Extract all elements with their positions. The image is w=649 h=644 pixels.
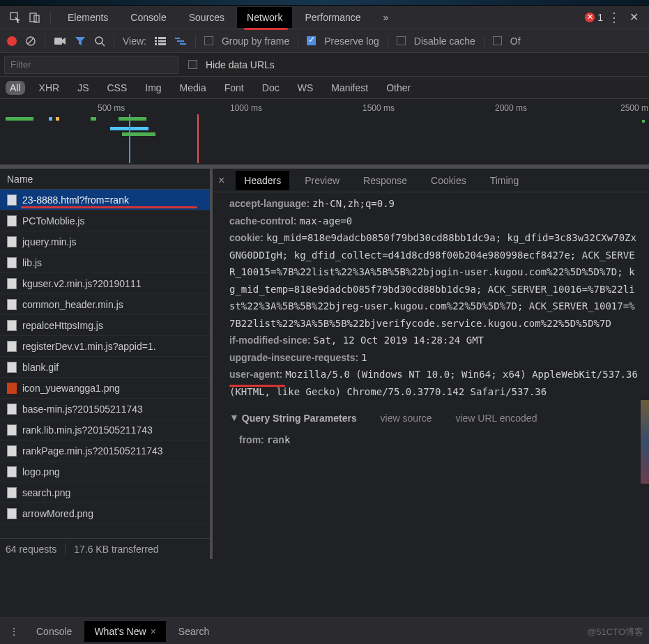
status-bar: 64 requests 17.6 KB transferred [0,538,210,559]
filter-font[interactable]: Font [220,81,248,95]
filter-ws[interactable]: WS [293,81,318,95]
tab-sources[interactable]: Sources [179,7,234,28]
request-row[interactable]: PCToMoblie.js [0,210,210,231]
svg-rect-9 [158,40,166,42]
clear-icon[interactable] [25,36,36,47]
filter-funnel-icon[interactable] [75,36,86,47]
drawer-tab-search[interactable]: Search [169,621,219,642]
filter-img[interactable]: Img [141,81,165,95]
request-row[interactable]: blank.gif [0,357,210,378]
filter-media[interactable]: Media [176,81,211,95]
hide-data-urls-checkbox[interactable]: Hide data URLs [188,59,275,70]
disable-cache-checkbox[interactable]: Disable cache [397,36,475,47]
tab-network[interactable]: Network [237,7,292,28]
resource-type-filter-bar: All XHR JS CSS Img Media Font Doc WS Man… [0,77,649,99]
request-name: lib.js [22,257,42,268]
tab-elements[interactable]: Elements [58,7,118,28]
cache-control-key: cache-control: [229,215,296,227]
filter-other[interactable]: Other [382,81,415,95]
device-toggle-icon[interactable] [26,9,43,26]
detail-tab-headers[interactable]: Headers [236,171,289,190]
detail-tab-cookies[interactable]: Cookies [422,171,475,190]
view-waterfall-icon[interactable] [174,37,187,45]
search-icon[interactable] [94,36,105,47]
request-list[interactable]: 23-8888.html?from=rankPCToMoblie.jsjquer… [0,190,210,538]
tick-1500: 1500 ms [362,103,395,113]
request-row[interactable]: jquery.min.js [0,231,210,252]
headers-pane[interactable]: accept-language: zh-CN,zh;q=0.9 cache-co… [213,192,649,559]
request-row[interactable]: logo.png [0,461,210,482]
svg-rect-6 [155,37,157,39]
qsp-view-encoded[interactable]: view URL encoded [455,413,537,424]
network-toolbar: View: Group by frame Preserve log Disabl… [0,29,649,53]
scrollbar-indicator[interactable] [641,400,649,484]
request-name: common_header.min.js [22,299,123,310]
request-row[interactable]: base-min.js?201505211743 [0,399,210,420]
filter-manifest[interactable]: Manifest [327,81,372,95]
request-name: logo.png [22,466,60,477]
document-file-icon [7,299,17,310]
accept-language-key: accept-language: [229,198,310,209]
group-by-frame-label: Group by frame [222,36,289,47]
request-row[interactable]: rank.lib.min.js?201505211743 [0,420,210,440]
main-tab-bar: Elements Console Sources Network Perform… [0,6,649,29]
detail-tab-bar: × Headers Preview Response Cookies Timin… [213,169,649,192]
filter-input[interactable] [4,56,178,74]
kebab-menu-icon[interactable]: ⋮ [606,9,623,26]
request-row[interactable]: rankPage.min.js?201505211743 [0,440,210,461]
tab-performance[interactable]: Performance [295,7,370,28]
close-whatsnew-icon[interactable]: × [151,626,156,637]
request-row[interactable]: search.png [0,482,210,503]
detail-tab-response[interactable]: Response [355,171,415,190]
filter-xhr[interactable]: XHR [35,81,64,95]
upgrade-insecure-requests-key: upgrade-insecure-requests: [229,352,358,363]
request-row[interactable]: repalceHttpsImg.js [0,315,210,336]
request-row[interactable]: lib.js [0,252,210,273]
qsp-title: Query String Parameters [242,413,357,424]
request-row[interactable]: kguser.v2.min.js?20190111 [0,273,210,294]
network-timeline[interactable]: 500 ms 1000 ms 1500 ms 2000 ms 2500 m [0,99,649,169]
tab-console[interactable]: Console [121,7,176,28]
inspect-icon[interactable] [7,9,24,26]
svg-rect-1 [30,13,36,22]
drawer-tab-whatsnew[interactable]: What's New× [84,621,165,642]
name-column-header[interactable]: Name [0,169,210,190]
qsp-view-source[interactable]: view source [381,413,432,424]
request-row[interactable]: arrowMored.png [0,503,210,524]
close-detail-icon[interactable]: × [218,174,224,187]
request-row[interactable]: 23-8888.html?from=rank [0,190,210,210]
transferred-size: 17.6 KB transferred [74,544,158,555]
record-icon[interactable] [7,36,17,46]
drawer-tab-console[interactable]: Console [26,621,82,642]
filter-js[interactable]: JS [73,81,93,95]
request-name: registerDev.v1.min.js?appid=1. [22,341,156,352]
offline-label: Of [510,36,521,47]
tabs-overflow[interactable]: » [374,7,399,28]
detail-tab-preview[interactable]: Preview [296,171,348,190]
view-list-icon[interactable] [155,37,166,45]
camera-icon[interactable] [54,36,66,46]
offline-checkbox[interactable]: Of [493,36,521,47]
request-row[interactable]: common_header.min.js [0,294,210,315]
request-name: rank.lib.min.js?201505211743 [22,424,153,436]
preserve-log-checkbox[interactable]: Preserve log [307,36,379,47]
drawer-tab-bar: ⋮ Console What's New× Search [0,618,649,644]
drawer-kebab-icon[interactable]: ⋮ [4,626,24,637]
filter-css[interactable]: CSS [102,81,131,95]
request-row[interactable]: icon_yuewangga1.png [0,378,210,399]
filter-all[interactable]: All [6,81,25,95]
document-file-icon [7,320,17,331]
cookie-value: kg_mid=818e9dadcb0850f79bd30cd88bb1dc9a;… [229,232,636,329]
detail-tab-timing[interactable]: Timing [482,171,528,190]
request-name: repalceHttpsImg.js [22,320,103,331]
document-file-icon [7,215,17,227]
document-file-icon [7,362,17,373]
filter-doc[interactable]: Doc [258,81,284,95]
close-devtools-icon[interactable]: ✕ [625,9,642,26]
request-detail-panel: × Headers Preview Response Cookies Timin… [213,169,649,559]
watermark: @51CTO博客 [587,626,643,638]
request-row[interactable]: registerDev.v1.min.js?appid=1. [0,336,210,357]
error-badge[interactable]: ✕ 1 [585,12,603,23]
qsp-caret-icon[interactable]: ▼ [229,409,239,427]
group-by-frame-checkbox[interactable]: Group by frame [204,36,289,47]
